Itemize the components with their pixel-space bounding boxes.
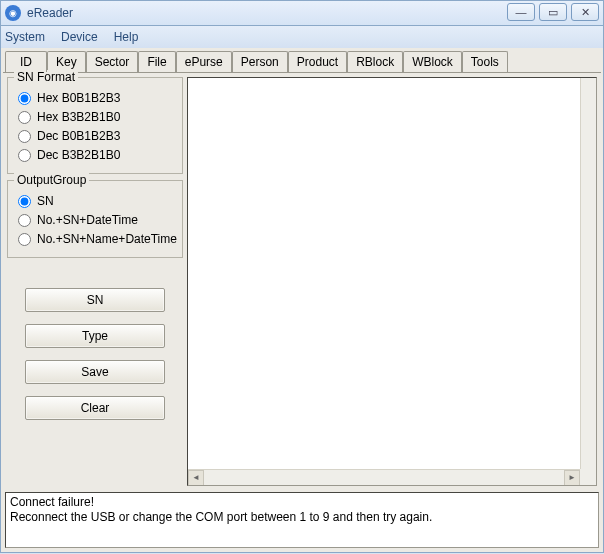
right-panel: ◄ ► bbox=[187, 77, 597, 486]
sn-format-legend: SN Format bbox=[14, 70, 78, 84]
sn-format-option-0[interactable]: Hex B0B1B2B3 bbox=[16, 91, 174, 105]
status-line-2: Reconnect the USB or change the COM port… bbox=[10, 510, 594, 525]
menubar: System Device Help bbox=[0, 26, 604, 48]
titlebar[interactable]: ◉ eReader ― ▭ ✕ bbox=[0, 0, 604, 26]
sn-format-label-0: Hex B0B1B2B3 bbox=[37, 91, 120, 105]
sn-format-radio-3[interactable] bbox=[18, 149, 31, 162]
sn-format-option-3[interactable]: Dec B3B2B1B0 bbox=[16, 148, 174, 162]
tab-epurse[interactable]: ePurse bbox=[176, 51, 232, 72]
app-icon: ◉ bbox=[5, 5, 21, 21]
left-panel: SN Format Hex B0B1B2B3 Hex B3B2B1B0 Dec … bbox=[7, 77, 183, 486]
sn-format-radio-2[interactable] bbox=[18, 130, 31, 143]
sn-button[interactable]: SN bbox=[25, 288, 165, 312]
save-button[interactable]: Save bbox=[25, 360, 165, 384]
output-label-2: No.+SN+Name+DateTime bbox=[37, 232, 177, 246]
sn-format-radio-0[interactable] bbox=[18, 92, 31, 105]
output-label-0: SN bbox=[37, 194, 54, 208]
tab-strip: ID Key Sector File ePurse Person Product… bbox=[3, 50, 601, 72]
tab-product[interactable]: Product bbox=[288, 51, 347, 72]
menu-help[interactable]: Help bbox=[114, 30, 139, 44]
sn-format-group: SN Format Hex B0B1B2B3 Hex B3B2B1B0 Dec … bbox=[7, 77, 183, 174]
maximize-button[interactable]: ▭ bbox=[539, 3, 567, 21]
menu-device[interactable]: Device bbox=[61, 30, 98, 44]
sn-format-label-1: Hex B3B2B1B0 bbox=[37, 110, 120, 124]
window-title: eReader bbox=[27, 6, 73, 20]
sn-format-option-1[interactable]: Hex B3B2B1B0 bbox=[16, 110, 174, 124]
tab-tools[interactable]: Tools bbox=[462, 51, 508, 72]
close-button[interactable]: ✕ bbox=[571, 3, 599, 21]
output-radio-2[interactable] bbox=[18, 233, 31, 246]
sn-format-label-2: Dec B0B1B2B3 bbox=[37, 129, 120, 143]
sn-format-option-2[interactable]: Dec B0B1B2B3 bbox=[16, 129, 174, 143]
status-box: Connect failure! Reconnect the USB or ch… bbox=[5, 492, 599, 548]
tab-sector[interactable]: Sector bbox=[86, 51, 139, 72]
output-option-0[interactable]: SN bbox=[16, 194, 174, 208]
tab-key[interactable]: Key bbox=[47, 51, 86, 72]
button-column: SN Type Save Clear bbox=[7, 280, 183, 428]
scroll-corner bbox=[580, 469, 596, 485]
output-radio-0[interactable] bbox=[18, 195, 31, 208]
output-label-1: No.+SN+DateTime bbox=[37, 213, 138, 227]
output-textarea[interactable]: ◄ ► bbox=[187, 77, 597, 486]
output-radio-1[interactable] bbox=[18, 214, 31, 227]
tab-rblock[interactable]: RBlock bbox=[347, 51, 403, 72]
tab-wblock[interactable]: WBlock bbox=[403, 51, 462, 72]
vertical-scrollbar[interactable] bbox=[580, 78, 596, 469]
type-button[interactable]: Type bbox=[25, 324, 165, 348]
horizontal-scrollbar[interactable]: ◄ ► bbox=[188, 469, 580, 485]
scroll-right-icon[interactable]: ► bbox=[564, 470, 580, 486]
menu-system[interactable]: System bbox=[5, 30, 45, 44]
output-group: OutputGroup SN No.+SN+DateTime No.+SN+Na… bbox=[7, 180, 183, 258]
output-option-2[interactable]: No.+SN+Name+DateTime bbox=[16, 232, 174, 246]
output-option-1[interactable]: No.+SN+DateTime bbox=[16, 213, 174, 227]
client-area: ID Key Sector File ePurse Person Product… bbox=[0, 48, 604, 553]
scroll-left-icon[interactable]: ◄ bbox=[188, 470, 204, 486]
minimize-button[interactable]: ― bbox=[507, 3, 535, 21]
tab-file[interactable]: File bbox=[138, 51, 175, 72]
tab-person[interactable]: Person bbox=[232, 51, 288, 72]
output-group-legend: OutputGroup bbox=[14, 173, 89, 187]
tab-body: SN Format Hex B0B1B2B3 Hex B3B2B1B0 Dec … bbox=[3, 72, 601, 490]
tab-id[interactable]: ID bbox=[5, 51, 47, 72]
sn-format-label-3: Dec B3B2B1B0 bbox=[37, 148, 120, 162]
clear-button[interactable]: Clear bbox=[25, 396, 165, 420]
status-line-1: Connect failure! bbox=[10, 495, 594, 510]
sn-format-radio-1[interactable] bbox=[18, 111, 31, 124]
